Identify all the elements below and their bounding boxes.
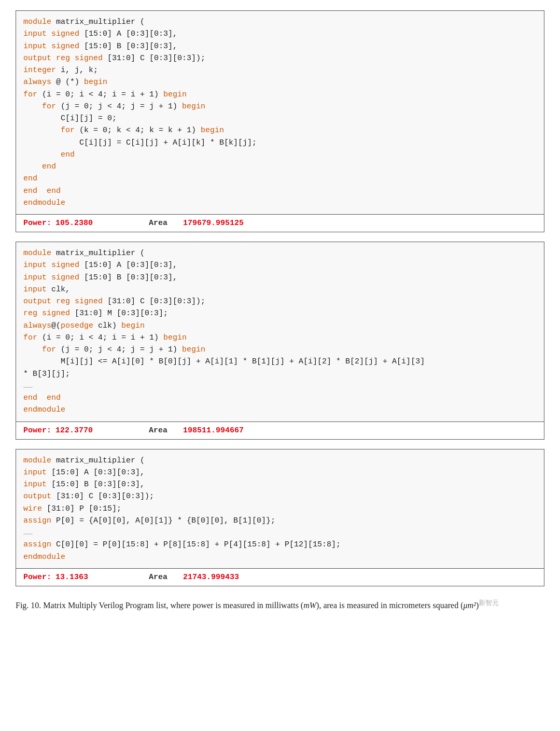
fig-label: Fig. 10. <box>16 601 41 610</box>
power-label-2: Power: <box>23 426 51 435</box>
area-value-3: 21743.999433 <box>183 573 239 582</box>
area-label-3: Area <box>149 573 167 582</box>
code-block-3: module matrix_multiplier ( input [15:0] … <box>16 449 544 569</box>
caption-mw: mW <box>303 601 316 610</box>
code-block-1: module matrix_multiplier ( input signed … <box>16 10 544 215</box>
metrics-row-2: Power: 122.3770 Area 198511.994667 <box>16 422 544 440</box>
caption-text2: ), area is measured in micrometers squar… <box>316 601 463 610</box>
area-label-2: Area <box>149 426 167 435</box>
power-value-3: 13.1363 <box>55 573 118 582</box>
code-block-2: module matrix_multiplier ( input signed … <box>16 242 544 422</box>
power-value-1: 105.2380 <box>55 219 118 228</box>
power-label-1: Power: <box>23 219 51 228</box>
area-label-1: Area <box>149 219 167 228</box>
metrics-row-3: Power: 13.1363 Area 21743.999433 <box>16 569 544 586</box>
area-value-2: 198511.994667 <box>183 426 244 435</box>
caption-text1: Matrix Multiply Verilog Program list, wh… <box>41 601 303 610</box>
fig-caption: Fig. 10. Matrix Multiply Verilog Program… <box>16 598 544 612</box>
metrics-row-1: Power: 105.2380 Area 179679.995125 <box>16 215 544 232</box>
caption-um2: μm² <box>464 601 476 610</box>
power-label-3: Power: <box>23 573 51 582</box>
watermark: 新智元 <box>479 598 499 609</box>
area-value-1: 179679.995125 <box>183 219 244 228</box>
power-value-2: 122.3770 <box>55 426 118 435</box>
